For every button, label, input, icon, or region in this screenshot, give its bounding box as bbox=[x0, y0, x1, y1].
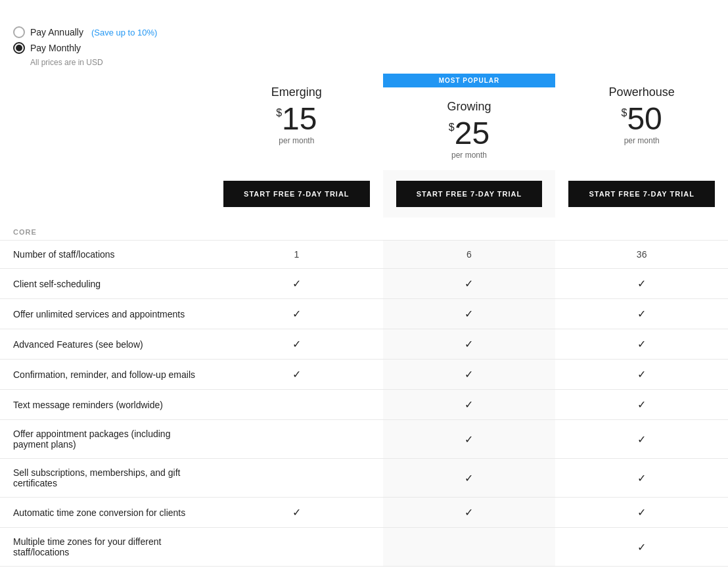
feature-val-text-0-0-2: 36 bbox=[637, 249, 647, 260]
feature-name-text-0-0: Number of staff/locations bbox=[13, 249, 115, 260]
check-icon-0-2-0: ✓ bbox=[292, 308, 301, 320]
monthly-radio-inner bbox=[16, 45, 22, 51]
feature-name-0-2: Offer unlimited services and appointment… bbox=[0, 298, 210, 329]
check-icon-0-7-1: ✓ bbox=[465, 472, 473, 484]
feature-value-0-5-2: ✓ bbox=[555, 389, 728, 419]
annually-save: (Save up to 10%) bbox=[91, 28, 157, 37]
feature-name-0-0: Number of staff/locations bbox=[0, 240, 210, 268]
plan-price-row-emerging: $15 bbox=[217, 103, 376, 135]
feature-value-0-9-0 bbox=[210, 527, 383, 566]
feature-value-0-7-0 bbox=[210, 458, 383, 497]
feature-value-0-1-0: ✓ bbox=[210, 268, 383, 298]
feature-value-0-9-2: ✓ bbox=[555, 527, 728, 566]
monthly-radio[interactable] bbox=[13, 42, 25, 54]
feature-value-0-6-2: ✓ bbox=[555, 419, 728, 458]
feature-value-0-7-2: ✓ bbox=[555, 458, 728, 497]
feature-name-text-0-6: Offer appointment packages (including pa… bbox=[13, 429, 197, 450]
plan-amount-growing: 25 bbox=[455, 118, 489, 149]
check-icon-0-5-1: ✓ bbox=[465, 398, 473, 411]
cta-cell-emerging: START FREE 7-DAY TRIAL bbox=[210, 170, 383, 218]
annually-radio[interactable] bbox=[13, 26, 25, 38]
check-icon-0-9-2: ✓ bbox=[637, 541, 646, 553]
check-icon-0-7-2: ✓ bbox=[637, 472, 646, 484]
feature-value-0-6-1: ✓ bbox=[383, 419, 556, 458]
check-icon-0-8-0: ✓ bbox=[292, 506, 301, 519]
cta-cell-powerhouse: START FREE 7-DAY TRIAL bbox=[555, 170, 728, 218]
check-icon-0-3-1: ✓ bbox=[465, 338, 473, 350]
feature-value-0-5-1: ✓ bbox=[383, 389, 556, 419]
feature-value-0-8-1: ✓ bbox=[383, 497, 556, 527]
annually-label: Pay Annually bbox=[30, 27, 83, 37]
pricing-grid: Emerging$15per monthMOST POPULARGrowing$… bbox=[0, 74, 728, 585]
plan-header-growing: MOST POPULARGrowing$25per month bbox=[383, 74, 556, 170]
feature-name-0-1: Client self-scheduling bbox=[0, 268, 210, 298]
prices-note: All prices are in USD bbox=[30, 58, 715, 67]
feature-value-0-1-1: ✓ bbox=[383, 268, 556, 298]
feature-value-0-6-0 bbox=[210, 419, 383, 458]
feature-name-0-7: Sell subscriptions, memberships, and gif… bbox=[0, 458, 210, 497]
cta-button-growing[interactable]: START FREE 7-DAY TRIAL bbox=[396, 181, 543, 207]
feature-name-0-5: Text message reminders (worldwide) bbox=[0, 389, 210, 419]
check-icon-0-8-2: ✓ bbox=[637, 506, 646, 519]
pay-annually-option[interactable]: Pay Annually (Save up to 10%) bbox=[13, 26, 715, 38]
check-icon-0-4-2: ✓ bbox=[637, 368, 646, 381]
feature-name-0-9: Multiple time zones for your different s… bbox=[0, 527, 210, 566]
plan-name-growing: Growing bbox=[390, 100, 549, 114]
check-icon-0-6-1: ✓ bbox=[465, 433, 473, 446]
cta-cell-growing: START FREE 7-DAY TRIAL bbox=[383, 170, 556, 218]
feature-name-0-3: Advanced Features (see below) bbox=[0, 329, 210, 359]
cta-button-powerhouse[interactable]: START FREE 7-DAY TRIAL bbox=[568, 181, 715, 207]
plan-name-powerhouse: Powerhouse bbox=[562, 85, 721, 99]
plan-amount-emerging: 15 bbox=[282, 103, 317, 135]
check-icon-0-1-1: ✓ bbox=[465, 277, 473, 290]
feature-value-0-7-1: ✓ bbox=[383, 458, 556, 497]
feature-value-0-0-1: 6 bbox=[383, 240, 556, 268]
feature-name-text-0-3: Advanced Features (see below) bbox=[13, 339, 143, 350]
plan-price-row-growing: $25 bbox=[390, 118, 549, 149]
feature-value-0-2-0: ✓ bbox=[210, 298, 383, 329]
plan-currency-powerhouse: $ bbox=[622, 107, 627, 119]
feature-value-0-0-2: 36 bbox=[555, 240, 728, 268]
feature-value-0-3-1: ✓ bbox=[383, 329, 556, 359]
feature-value-0-1-2: ✓ bbox=[555, 268, 728, 298]
feature-name-0-4: Confirmation, reminder, and follow-up em… bbox=[0, 359, 210, 389]
check-icon-0-1-2: ✓ bbox=[637, 277, 646, 290]
feature-name-text-0-4: Confirmation, reminder, and follow-up em… bbox=[13, 369, 195, 380]
section-label-row-1: CUSTOMIZATION bbox=[0, 582, 728, 585]
check-icon-0-2-1: ✓ bbox=[465, 308, 473, 320]
most-popular-badge: MOST POPULAR bbox=[383, 74, 556, 87]
plan-price-row-powerhouse: $50 bbox=[562, 103, 721, 135]
section-label-row-0: CORE bbox=[0, 218, 728, 240]
feature-name-text-0-8: Automatic time zone conversion for clien… bbox=[13, 507, 185, 518]
feature-name-text-0-9: Multiple time zones for your different s… bbox=[13, 536, 197, 557]
feature-val-text-0-0-0: 1 bbox=[294, 249, 299, 260]
plan-name-emerging: Emerging bbox=[217, 85, 376, 99]
billing-toggle: Pay Annually (Save up to 10%) Pay Monthl… bbox=[0, 13, 728, 74]
check-icon-0-4-0: ✓ bbox=[292, 368, 301, 381]
feature-name-0-6: Offer appointment packages (including pa… bbox=[0, 419, 210, 458]
check-icon-0-3-0: ✓ bbox=[292, 338, 301, 350]
feature-value-0-4-2: ✓ bbox=[555, 359, 728, 389]
feature-value-0-8-0: ✓ bbox=[210, 497, 383, 527]
feature-name-text-0-5: Text message reminders (worldwide) bbox=[13, 400, 163, 410]
feature-value-0-5-0 bbox=[210, 389, 383, 419]
feature-val-text-0-0-1: 6 bbox=[466, 249, 472, 260]
pay-monthly-option[interactable]: Pay Monthly bbox=[13, 42, 715, 54]
feature-value-0-9-1 bbox=[383, 527, 556, 566]
check-icon-0-2-2: ✓ bbox=[637, 308, 646, 320]
plan-period-powerhouse: per month bbox=[562, 136, 721, 145]
check-icon-0-6-2: ✓ bbox=[637, 433, 646, 446]
section-divider-0 bbox=[0, 566, 728, 582]
feature-value-0-2-2: ✓ bbox=[555, 298, 728, 329]
feature-value-0-3-2: ✓ bbox=[555, 329, 728, 359]
section-label-1: CUSTOMIZATION bbox=[0, 582, 728, 585]
monthly-label: Pay Monthly bbox=[30, 43, 81, 53]
plan-header-emerging: Emerging$15per month bbox=[210, 74, 383, 170]
cta-button-emerging[interactable]: START FREE 7-DAY TRIAL bbox=[223, 181, 370, 207]
feature-name-0-8: Automatic time zone conversion for clien… bbox=[0, 497, 210, 527]
plan-amount-powerhouse: 50 bbox=[627, 103, 662, 135]
page-wrapper: Pay Annually (Save up to 10%) Pay Monthl… bbox=[0, 0, 728, 585]
feature-value-0-0-0: 1 bbox=[210, 240, 383, 268]
plan-header-powerhouse: Powerhouse$50per month bbox=[555, 74, 728, 170]
feature-name-text-0-1: Client self-scheduling bbox=[13, 279, 101, 289]
